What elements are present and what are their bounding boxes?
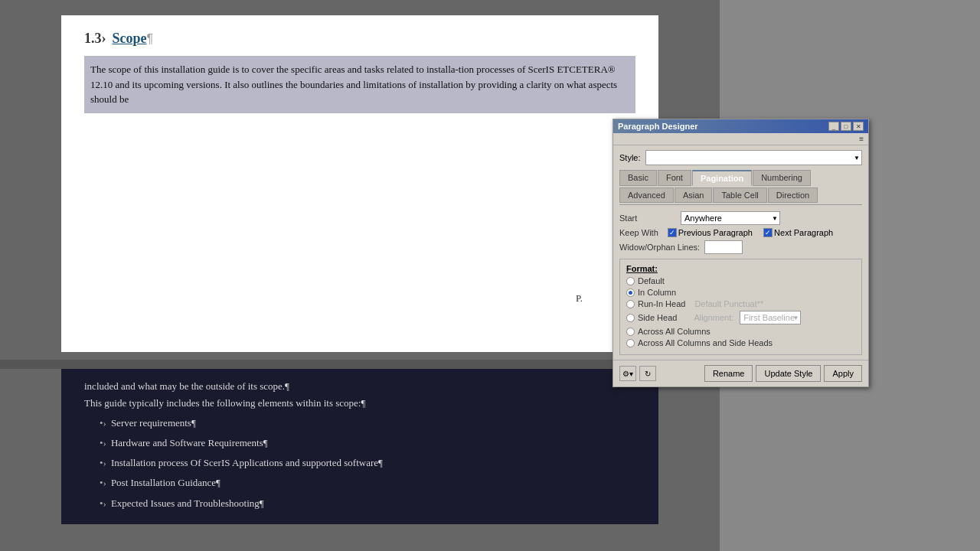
radio-across-all[interactable]: [626, 339, 635, 347]
radio-default[interactable]: [626, 277, 635, 285]
radio-in-column[interactable]: [626, 289, 635, 297]
radio-side-head-align: Alignment:: [694, 313, 733, 322]
format-across-columns: Across All Columns: [626, 327, 855, 336]
dialog-body: Style: ▼ Basic Font Pagination Numbering…: [613, 145, 868, 360]
prev-paragraph-label: Previous Paragraph: [678, 228, 753, 237]
style-dropdown[interactable]: ▼: [645, 150, 862, 165]
tab-pagination[interactable]: Pagination: [692, 170, 752, 186]
restore-button[interactable]: □: [841, 122, 851, 131]
radio-across-all-label: Across All Columns and Side Heads: [638, 338, 773, 347]
radio-run-in-head-label: Run-In Head: [638, 299, 685, 308]
menu-icon[interactable]: ≡: [859, 135, 864, 143]
next-paragraph-checkbox[interactable]: ✓: [763, 228, 773, 237]
footer-left-controls: ⚙▾ ↻: [619, 366, 656, 381]
prev-paragraph-checkbox-item: ✓ Previous Paragraph: [668, 228, 753, 237]
start-dropdown-arrow: ▼: [772, 215, 778, 222]
doc-page-top: 1.3› Scope¶ The scope of this installati…: [61, 15, 658, 352]
next-paragraph-label: Next Paragraph: [774, 228, 833, 237]
bullet-hardware: •› Hardware and Software Requirements¶: [100, 435, 635, 452]
format-side-head: Side Head Alignment: First Baseline ▼: [626, 311, 855, 324]
gear-icon: ⚙: [622, 370, 629, 378]
format-title: Format:: [626, 264, 855, 273]
widow-input[interactable]: [704, 240, 743, 254]
refresh-button[interactable]: ↻: [639, 366, 656, 381]
dialog-menu: ≡: [613, 133, 868, 145]
titlebar-controls: _ □ ✕: [828, 122, 864, 131]
section-title: Scope: [113, 31, 147, 47]
minimize-button[interactable]: _: [828, 122, 839, 131]
first-baseline-label: First Baseline: [743, 313, 795, 322]
gear-button[interactable]: ⚙▾: [619, 366, 636, 381]
bottom-doc: included and what may be the outside of …: [61, 369, 658, 524]
tab-direction[interactable]: Direction: [768, 187, 818, 203]
tabs-separator: [619, 204, 862, 205]
alignment-dropdown-arrow: ▼: [792, 315, 799, 321]
refresh-icon: ↻: [645, 370, 651, 378]
bullet-installation: •› Installation process Of ScerIS Applic…: [100, 455, 635, 471]
dialog-title: Paragraph Designer: [618, 122, 698, 131]
tab-numbering[interactable]: Numbering: [753, 170, 811, 186]
widow-row: Widow/Orphan Lines:: [619, 240, 862, 254]
para-mark: ¶: [147, 32, 154, 46]
style-dropdown-arrow: ▼: [854, 155, 860, 161]
bottom-intro: included and what may be the outside of …: [84, 378, 635, 395]
radio-in-column-label: In Column: [638, 288, 676, 297]
style-label: Style:: [619, 153, 641, 162]
start-value: Anywhere: [684, 214, 722, 223]
format-section: Format: Default In Column Run-In Head De…: [619, 259, 862, 355]
tabs-row-1: Basic Font Pagination Numbering: [619, 170, 862, 186]
document-area: 1.3› Scope¶ The scope of this installati…: [0, 0, 720, 551]
next-paragraph-checkbox-item: ✓ Next Paragraph: [763, 228, 833, 237]
radio-side-head[interactable]: [626, 314, 635, 322]
section-heading: 1.3› Scope¶: [84, 31, 635, 47]
dialog-footer: ⚙▾ ↻ Rename Update Style Apply: [613, 360, 868, 386]
page-label: P.: [573, 291, 586, 306]
tab-basic[interactable]: Basic: [619, 170, 657, 186]
widow-label: Widow/Orphan Lines:: [619, 243, 700, 252]
radio-side-head-label: Side Head: [638, 313, 677, 322]
guide-intro: This guide typically includes the follow…: [84, 395, 635, 412]
tab-table-cell[interactable]: Table Cell: [713, 187, 766, 203]
paragraph-designer-dialog: Paragraph Designer _ □ ✕ ≡ Style: ▼ Basi…: [612, 119, 869, 387]
prev-paragraph-checkbox[interactable]: ✓: [668, 228, 677, 237]
section-number: 1.3›: [84, 31, 106, 47]
close-button[interactable]: ✕: [853, 122, 864, 131]
body-text: The scope of this installation guide is …: [84, 56, 635, 113]
format-default: Default: [626, 276, 855, 285]
radio-run-in-head[interactable]: [626, 300, 635, 308]
radio-default-label: Default: [638, 276, 665, 285]
format-across-all: Across All Columns and Side Heads: [626, 338, 855, 347]
bullet-server: •› Server requirements¶: [100, 415, 635, 432]
bullet-issues: •› Expected Issues and Troubleshooting¶: [100, 495, 635, 512]
tab-advanced[interactable]: Advanced: [619, 187, 674, 203]
bullet-post: •› Post Installation Guidance¶: [100, 474, 635, 491]
style-row: Style: ▼: [619, 150, 862, 165]
radio-across-columns[interactable]: [626, 328, 635, 336]
tabs-row-2: Advanced Asian Table Cell Direction: [619, 187, 862, 203]
start-dropdown[interactable]: Anywhere ▼: [681, 211, 780, 225]
start-label: Start: [619, 214, 681, 223]
keep-with-row: Keep With ✓ Previous Paragraph ✓ Next Pa…: [619, 228, 862, 237]
keep-with-label: Keep With: [619, 228, 658, 237]
radio-in-column-dot: [629, 291, 632, 295]
tab-font[interactable]: Font: [658, 170, 691, 186]
page-break: [0, 360, 720, 369]
dialog-titlebar: Paragraph Designer _ □ ✕: [613, 119, 868, 133]
rename-button[interactable]: Rename: [704, 365, 753, 382]
side-head-alignment-dropdown[interactable]: First Baseline ▼: [740, 311, 801, 324]
format-run-in-head: Run-In Head Default Punctuat**: [626, 299, 855, 308]
update-style-button[interactable]: Update Style: [756, 365, 821, 382]
format-in-column: In Column: [626, 288, 855, 297]
start-row: Start Anywhere ▼: [619, 211, 862, 225]
tab-asian[interactable]: Asian: [675, 187, 713, 203]
radio-across-columns-label: Across All Columns: [638, 327, 710, 336]
radio-run-in-head-extra: Default Punctuat**: [694, 299, 763, 308]
apply-button[interactable]: Apply: [824, 365, 862, 382]
